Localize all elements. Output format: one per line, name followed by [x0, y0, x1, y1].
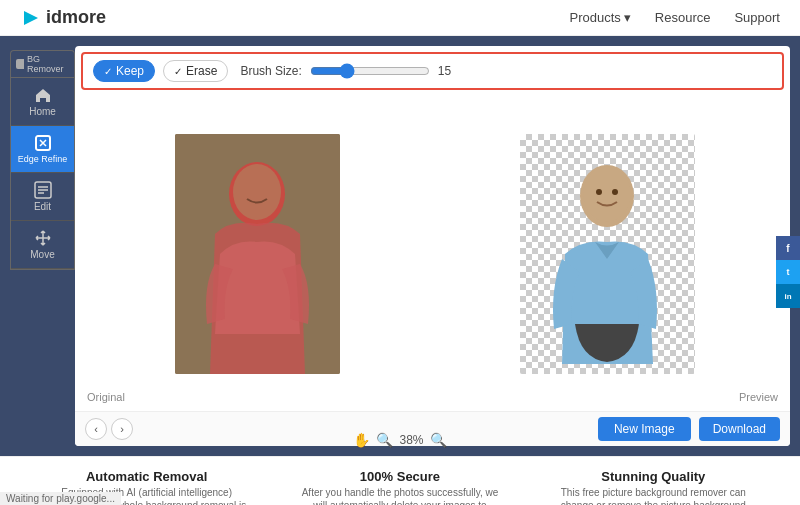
download-button[interactable]: Download: [699, 417, 780, 441]
sidebar-edge-label: Edge Refine: [18, 154, 68, 164]
nav-resource[interactable]: Resource: [655, 10, 711, 25]
sidebar-title: BG Remover: [27, 54, 69, 74]
preview-svg: [520, 134, 695, 374]
edge-refine-icon: [34, 134, 52, 152]
brush-size-label: Brush Size:: [240, 64, 301, 78]
nav-links: Products ▾ Resource Support: [570, 10, 781, 25]
sidebar-move-label: Move: [30, 249, 54, 260]
nav-products[interactable]: Products ▾: [570, 10, 631, 25]
sidebar-item-home[interactable]: Home: [11, 78, 74, 126]
nav-products-label: Products: [570, 10, 621, 25]
svg-point-12: [596, 189, 602, 195]
logo-icon: [20, 7, 42, 29]
facebook-button[interactable]: f: [776, 236, 800, 260]
feature-quality-desc: This free picture background remover can…: [553, 486, 753, 505]
new-image-button[interactable]: New Image: [598, 417, 691, 441]
sidebar-title-bar: BG Remover: [10, 50, 75, 77]
preview-panel: Preview: [433, 104, 783, 403]
svg-rect-1: [16, 59, 24, 69]
feature-secure-title: 100% Secure: [300, 469, 500, 484]
sidebar-home-label: Home: [29, 106, 56, 117]
feature-secure-desc: After you handle the photos successfully…: [300, 486, 500, 505]
original-image: [175, 134, 340, 374]
twitter-button[interactable]: t: [776, 260, 800, 284]
status-text: Waiting for play.google...: [6, 493, 115, 504]
linkedin-icon: in: [784, 292, 791, 301]
erase-label: Erase: [186, 64, 217, 78]
keep-button[interactable]: ✓ Keep: [93, 60, 155, 82]
prev-button[interactable]: ‹: [85, 418, 107, 440]
feature-automatic: Automatic Removal Equipped with AI (arti…: [47, 469, 247, 493]
original-svg: [175, 134, 340, 374]
logo[interactable]: idmore: [20, 7, 106, 29]
original-panel: Original: [83, 104, 433, 403]
brush-size-slider[interactable]: [310, 63, 430, 79]
sidebar-edit-label: Edit: [34, 201, 51, 212]
facebook-icon: f: [786, 243, 789, 254]
edit-icon: [34, 181, 52, 199]
social-sidebar: f t in: [776, 236, 800, 308]
logo-text: idmore: [46, 7, 106, 28]
home-icon: [34, 86, 52, 104]
sidebar-item-edge-refine[interactable]: Edge Refine: [11, 126, 74, 173]
bg-remover-icon: [16, 59, 24, 69]
svg-point-11: [583, 166, 631, 222]
feature-secure: 100% Secure After you handle the photos …: [300, 469, 500, 493]
canvas-area: Original ✋ 🔍 38% 🔍: [75, 96, 790, 411]
sidebar-nav: Home Edge Refine Edit: [10, 77, 75, 270]
sidebar: BG Remover Home Edge Refine: [10, 46, 75, 446]
erase-check-icon: ✓: [174, 66, 182, 77]
keep-label: Keep: [116, 64, 144, 78]
svg-marker-0: [24, 11, 38, 25]
next-button[interactable]: ›: [111, 418, 133, 440]
navigation: idmore Products ▾ Resource Support: [0, 0, 800, 36]
check-icon: ✓: [104, 66, 112, 77]
feature-automatic-title: Automatic Removal: [47, 469, 247, 484]
nav-arrows: ‹ ›: [85, 418, 133, 440]
editor-area: ✓ Keep ✓ Erase Brush Size: 15: [75, 46, 790, 446]
toolbar: ✓ Keep ✓ Erase Brush Size: 15: [81, 52, 784, 90]
erase-button[interactable]: ✓ Erase: [163, 60, 228, 82]
status-bar: Waiting for play.google...: [0, 492, 121, 505]
feature-quality: Stunning Quality This free picture backg…: [553, 469, 753, 493]
chevron-down-icon: ▾: [624, 10, 631, 25]
twitter-icon: t: [787, 267, 790, 277]
nav-support[interactable]: Support: [734, 10, 780, 25]
main-area: BG Remover Home Edge Refine: [0, 36, 800, 456]
sidebar-item-edit[interactable]: Edit: [11, 173, 74, 221]
preview-image: [520, 134, 695, 374]
original-label: Original: [87, 391, 125, 403]
linkedin-button[interactable]: in: [776, 284, 800, 308]
feature-quality-title: Stunning Quality: [553, 469, 753, 484]
brush-size-value: 15: [438, 64, 458, 78]
preview-label: Preview: [739, 391, 778, 403]
action-buttons: New Image Download: [598, 417, 780, 441]
svg-point-9: [233, 164, 281, 220]
sidebar-item-move[interactable]: Move: [11, 221, 74, 269]
move-icon: [34, 229, 52, 247]
svg-point-13: [612, 189, 618, 195]
